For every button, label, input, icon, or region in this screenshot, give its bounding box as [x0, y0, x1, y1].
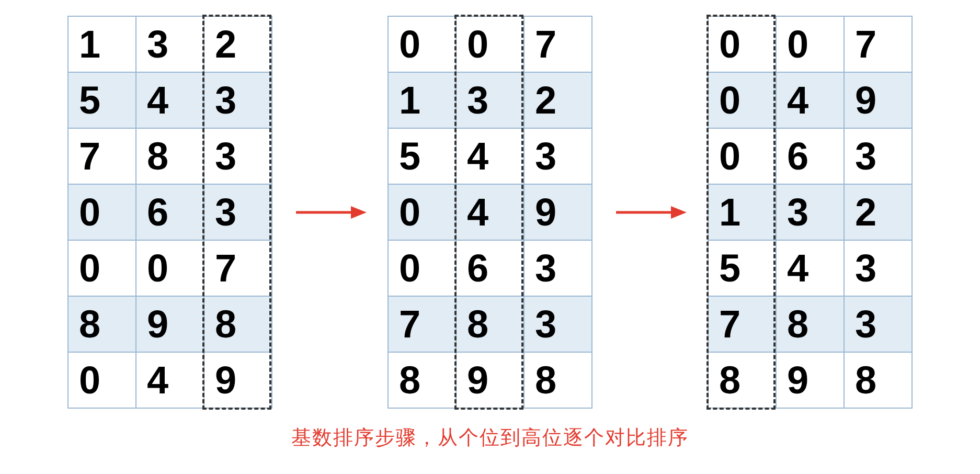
cell: 9 — [844, 72, 912, 128]
cell: 8 — [776, 296, 844, 352]
table-wrapper-2: 0 0 7 1 3 2 5 4 3 0 4 9 0 6 3 — [388, 16, 592, 409]
cell: 7 — [524, 16, 592, 72]
cell: 5 — [388, 128, 456, 184]
cell: 6 — [456, 240, 524, 296]
table-row: 0 0 7 — [388, 16, 592, 72]
table-wrapper-1: 1 3 2 5 4 3 7 8 3 0 6 3 0 0 7 — [67, 16, 272, 409]
cell: 5 — [68, 72, 136, 128]
cell: 0 — [68, 352, 136, 408]
cell: 9 — [204, 352, 272, 408]
cell: 3 — [524, 128, 592, 184]
table-row: 7 8 3 — [708, 296, 912, 352]
cell: 4 — [776, 240, 844, 296]
table-row: 8 9 8 — [388, 352, 592, 408]
cell: 4 — [456, 184, 524, 240]
cell: 0 — [388, 240, 456, 296]
cell: 9 — [136, 296, 204, 352]
cell: 9 — [524, 184, 592, 240]
cell: 1 — [388, 72, 456, 128]
cell: 8 — [456, 296, 524, 352]
cell: 8 — [68, 296, 136, 352]
cell: 8 — [388, 352, 456, 408]
cell: 3 — [524, 240, 592, 296]
table-wrapper-3: 0 0 7 0 4 9 0 6 3 1 3 2 5 4 3 — [708, 16, 913, 409]
cell: 2 — [204, 16, 272, 72]
cell: 9 — [776, 352, 844, 408]
cell: 0 — [68, 240, 136, 296]
cell: 4 — [136, 352, 204, 408]
table-row: 5 4 3 — [708, 240, 912, 296]
table-1: 1 3 2 5 4 3 7 8 3 0 6 3 0 0 7 — [67, 16, 272, 409]
cell: 8 — [844, 352, 912, 408]
cell: 9 — [456, 352, 524, 408]
cell: 0 — [456, 16, 524, 72]
table-row: 0 0 7 — [68, 240, 272, 296]
table-row: 0 6 3 — [708, 128, 912, 184]
cell: 4 — [776, 72, 844, 128]
table-3: 0 0 7 0 4 9 0 6 3 1 3 2 5 4 3 — [708, 16, 913, 409]
cell: 0 — [708, 16, 776, 72]
table-row: 0 6 3 — [68, 184, 272, 240]
cell: 1 — [708, 184, 776, 240]
cell: 2 — [844, 184, 912, 240]
cell: 3 — [844, 128, 912, 184]
table-row: 5 4 3 — [68, 72, 272, 128]
arrow-icon — [613, 202, 687, 223]
cell: 0 — [388, 16, 456, 72]
cell: 3 — [456, 72, 524, 128]
cell: 0 — [136, 240, 204, 296]
cell: 0 — [68, 184, 136, 240]
table-row: 8 9 8 — [708, 352, 912, 408]
table-row: 8 9 8 — [68, 296, 272, 352]
caption: 基数排序步骤，从个位到高位逐个对比排序 — [0, 424, 980, 451]
arrow-icon — [293, 202, 367, 223]
cell: 8 — [708, 352, 776, 408]
cell: 3 — [204, 128, 272, 184]
cell: 0 — [776, 16, 844, 72]
cell: 8 — [136, 128, 204, 184]
cell: 7 — [844, 16, 912, 72]
cell: 2 — [524, 72, 592, 128]
cell: 0 — [708, 128, 776, 184]
cell: 3 — [204, 184, 272, 240]
table-row: 1 3 2 — [708, 184, 912, 240]
cell: 3 — [136, 16, 204, 72]
cell: 6 — [776, 128, 844, 184]
svg-marker-1 — [351, 206, 367, 219]
cell: 0 — [388, 184, 456, 240]
cell: 3 — [844, 296, 912, 352]
cell: 7 — [708, 296, 776, 352]
cell: 7 — [68, 128, 136, 184]
table-row: 0 4 9 — [708, 72, 912, 128]
table-2: 0 0 7 1 3 2 5 4 3 0 4 9 0 6 3 — [388, 16, 592, 409]
cell: 0 — [708, 72, 776, 128]
cell: 1 — [68, 16, 136, 72]
svg-marker-3 — [671, 206, 687, 219]
cell: 8 — [204, 296, 272, 352]
cell: 8 — [524, 352, 592, 408]
cell: 5 — [708, 240, 776, 296]
cell: 6 — [136, 184, 204, 240]
diagram-container: 1 3 2 5 4 3 7 8 3 0 6 3 0 0 7 — [0, 0, 980, 419]
cell: 4 — [456, 128, 524, 184]
cell: 7 — [204, 240, 272, 296]
cell: 3 — [776, 184, 844, 240]
table-row: 1 3 2 — [68, 16, 272, 72]
table-row: 1 3 2 — [388, 72, 592, 128]
table-row: 0 4 9 — [388, 184, 592, 240]
table-row: 0 0 7 — [708, 16, 912, 72]
table-row: 0 4 9 — [68, 352, 272, 408]
cell: 3 — [844, 240, 912, 296]
cell: 7 — [388, 296, 456, 352]
table-row: 7 8 3 — [388, 296, 592, 352]
table-row: 5 4 3 — [388, 128, 592, 184]
table-row: 0 6 3 — [388, 240, 592, 296]
table-row: 7 8 3 — [68, 128, 272, 184]
cell: 4 — [136, 72, 204, 128]
cell: 3 — [204, 72, 272, 128]
cell: 3 — [524, 296, 592, 352]
